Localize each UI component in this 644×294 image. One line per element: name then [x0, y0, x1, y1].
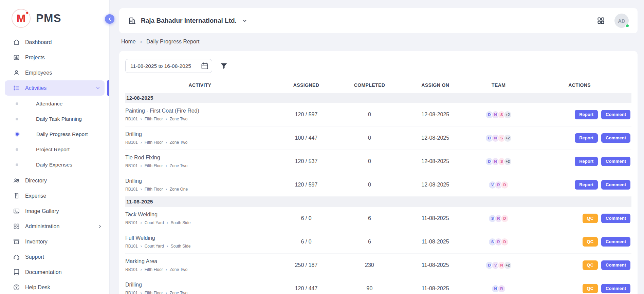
sidebar-item-label: Help Desk [25, 285, 50, 291]
activity-cell: DrillingRB101›Fifth Floor›Zone One [125, 175, 275, 195]
team-member-avatar[interactable]: D [500, 238, 509, 246]
sidebar-item-help-desk[interactable]: Help Desk [0, 280, 109, 294]
projects-icon [13, 54, 20, 61]
team-extra-count[interactable]: +2 [503, 157, 512, 166]
completed-value: 0 [338, 112, 401, 118]
chevron-down-icon [95, 85, 100, 91]
row-actions: QCComment [528, 284, 631, 294]
date-range-input[interactable] [125, 59, 212, 73]
sidebar-item-image-gallary[interactable]: Image Gallary [0, 203, 109, 219]
expense-icon [13, 192, 20, 199]
activity-cell: DrillingRB101›Fifth Floor›Zone Two [125, 128, 275, 148]
path-segment: RB101 [125, 291, 138, 294]
column-header: TEAM [470, 82, 528, 88]
report-button[interactable]: Report [575, 133, 598, 143]
row-actions: ReportComment [528, 133, 631, 143]
sidebar-collapse-button[interactable] [105, 14, 114, 24]
report-button[interactable]: Report [575, 110, 598, 120]
support-icon [13, 253, 20, 260]
team-member-avatar[interactable]: R [497, 285, 506, 293]
sidebar-subitem-project-report[interactable]: Project Report [0, 142, 109, 157]
assign-on-value: 11-08-2025 [401, 286, 470, 292]
comment-button[interactable]: Comment [601, 180, 630, 190]
activity-location-path: RB101›Fifth Floor›Zone One [125, 187, 271, 192]
qc-button[interactable]: QC [583, 284, 598, 294]
completed-value: 0 [338, 135, 401, 141]
comment-button[interactable]: Comment [601, 237, 630, 247]
company-name: Raja Bahadur International Ltd. [141, 17, 237, 24]
apps-grid-icon[interactable] [597, 17, 605, 25]
breadcrumb-home[interactable]: Home [121, 39, 136, 45]
activity-name: Tack Welding [125, 212, 271, 218]
comment-button[interactable]: Comment [601, 214, 630, 223]
team-member-avatar[interactable]: D [500, 214, 509, 223]
qc-button[interactable]: QC [583, 260, 598, 270]
sidebar-item-projects[interactable]: Projects [0, 50, 109, 65]
report-button[interactable]: Report [575, 157, 598, 166]
sidebar-item-activities[interactable]: Activities [5, 80, 105, 96]
path-segment: Fifth Floor [145, 291, 163, 294]
logo-letter: M [17, 12, 26, 25]
filter-icon[interactable] [220, 62, 228, 70]
user-menu[interactable]: AD [614, 14, 629, 28]
sidebar-subitem-daily-progress-report[interactable]: Daily Progress Report [0, 126, 109, 142]
sidebar-subitem-label: Daily Task Planning [36, 116, 82, 122]
sidebar-item-label: Image Gallary [25, 208, 59, 214]
comment-button[interactable]: Comment [601, 110, 630, 120]
sidebar-item-dashboard[interactable]: Dashboard [0, 35, 109, 50]
sidebar-item-employees[interactable]: Employees [0, 65, 109, 80]
comment-button[interactable]: Comment [601, 157, 630, 166]
sidebar-subitem-daily-expenses[interactable]: Daily Expenses [0, 157, 109, 172]
sidebar-subitem-attendance[interactable]: Attendance [0, 96, 109, 111]
activity-location-path: RB101›Fifth Floor›Zone Two [125, 267, 271, 272]
chevron-right-icon: › [140, 39, 142, 45]
active-item-indicator [107, 80, 109, 96]
activity-cell: DrillingRB101›Fifth Floor›Zone Two [125, 278, 275, 294]
completed-value: 90 [338, 286, 401, 292]
sidebar-item-documentation[interactable]: Documentation [0, 264, 109, 280]
chevron-right-icon: › [167, 244, 168, 249]
path-segment: RB101 [125, 117, 138, 121]
qc-button[interactable]: QC [583, 214, 598, 223]
team-avatars: VRD [470, 181, 528, 189]
path-segment: Zone Two [170, 140, 187, 145]
activity-location-path: RB101›Court Yard›South Side [125, 220, 271, 225]
qc-button[interactable]: QC [583, 237, 598, 247]
activity-name: Tie Rod Fixing [125, 155, 271, 161]
sidebar-item-inventory[interactable]: Inventory [0, 234, 109, 249]
comment-button[interactable]: Comment [601, 133, 630, 143]
sidebar-subitem-label: Project Report [36, 146, 70, 153]
bullet-dot-icon [16, 102, 18, 105]
team-extra-count[interactable]: +2 [503, 134, 512, 142]
assign-on-value: 12-08-2025 [401, 182, 470, 188]
path-segment: RB101 [125, 140, 138, 145]
activity-cell: Painting - First Coat (Fire Red)RB101›Fi… [125, 104, 275, 125]
team-extra-count[interactable]: +2 [503, 261, 512, 270]
bullet-dot-icon [16, 148, 18, 151]
path-segment: Court Yard [145, 220, 164, 225]
assigned-value: 250 / 187 [275, 262, 338, 268]
path-segment: Fifth Floor [145, 187, 163, 192]
company-selector[interactable]: Raja Bahadur International Ltd. [128, 17, 247, 25]
activity-row: Tie Rod FixingRB101›Fifth Floor›Zone Two… [125, 150, 631, 173]
team-extra-count[interactable]: +2 [503, 111, 512, 119]
report-button[interactable]: Report [575, 180, 598, 190]
chevron-right-icon: › [167, 220, 168, 225]
toolbar [125, 59, 631, 73]
calendar-icon[interactable] [201, 62, 209, 70]
sidebar-item-directory[interactable]: Directory [0, 173, 109, 188]
comment-button[interactable]: Comment [601, 260, 630, 270]
path-segment: RB101 [125, 267, 138, 272]
assign-on-value: 12-08-2025 [401, 158, 470, 164]
activity-row: Tack WeldingRB101›Court Yard›South Side6… [125, 207, 631, 230]
row-actions: QCComment [528, 237, 631, 247]
activity-name: Drilling [125, 131, 271, 137]
sidebar-item-administration[interactable]: Administration [0, 219, 109, 234]
sidebar-item-support[interactable]: Support [0, 249, 109, 264]
comment-button[interactable]: Comment [601, 284, 630, 294]
date-range-picker[interactable] [125, 59, 212, 73]
team-member-avatar[interactable]: D [500, 181, 509, 189]
sidebar-subitem-daily-task-planning[interactable]: Daily Task Planning [0, 111, 109, 126]
topbar-right: AD [597, 14, 629, 28]
sidebar-item-expense[interactable]: Expense [0, 188, 109, 203]
